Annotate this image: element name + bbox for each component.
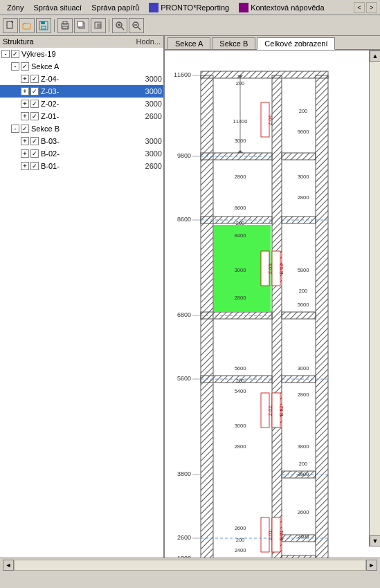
tree-col-struktura: Struktura <box>3 37 136 46</box>
new-button[interactable] <box>3 18 18 33</box>
svg-rect-5 <box>42 26 46 29</box>
svg-text:3000: 3000 <box>298 365 309 371</box>
expand-icon-secceb[interactable]: - <box>11 125 19 133</box>
label-vykres19: Výkres-19 <box>21 50 135 58</box>
checkbox-z01[interactable]: ✓ <box>30 112 39 120</box>
value-z01: 2600 <box>138 112 162 120</box>
open-button[interactable] <box>19 18 35 33</box>
expand-icon-b02[interactable]: + <box>21 149 29 158</box>
svg-text:2600: 2600 <box>235 525 246 531</box>
checkbox-z04[interactable]: ✓ <box>30 75 39 83</box>
save-button[interactable] <box>36 18 51 33</box>
label-z04: Z-04- <box>41 75 135 83</box>
value-b01: 2600 <box>138 162 162 170</box>
tree-item-z02[interactable]: + ✓ Z-02- 3000 <box>0 98 163 110</box>
zoom-in-button[interactable] <box>112 18 127 33</box>
label-sekcea: Sekce A <box>31 62 135 71</box>
svg-text:2400: 2400 <box>235 547 246 553</box>
label-z01: Z-01- <box>41 112 135 120</box>
svg-text:9800: 9800 <box>177 152 191 159</box>
svg-text:B-03-: B-03- <box>279 262 284 275</box>
scroll-left-button[interactable]: ◄ <box>3 560 14 571</box>
expand-icon-z02[interactable]: + <box>21 100 29 108</box>
expand-icon-b03[interactable]: + <box>21 137 29 145</box>
expand-icon-z04[interactable]: + <box>21 75 29 83</box>
zoom-out-button[interactable] <box>129 18 144 33</box>
svg-text:B-02-: B-02- <box>279 404 284 416</box>
tab-celkove[interactable]: Celkové zobrazení <box>257 37 335 50</box>
svg-text:3800: 3800 <box>298 443 309 450</box>
checkbox-b03[interactable]: ✓ <box>30 137 39 145</box>
svg-text:5400: 5400 <box>235 388 246 394</box>
checkbox-secceb[interactable]: ✓ <box>21 125 29 133</box>
svg-text:B-01-: B-01- <box>279 529 284 541</box>
tree-item-sekcea[interactable]: - ✓ Sekce A <box>0 60 163 73</box>
tree-item-b03[interactable]: + ✓ B-03- 3000 <box>0 135 163 147</box>
checkbox-sekcea[interactable]: ✓ <box>21 62 29 71</box>
value-z03: 3000 <box>138 87 162 95</box>
building-diagram: 11600 9800 8600 6800 5600 3800 <box>165 50 365 558</box>
scrollbar-vertical[interactable]: ▲ ▼ <box>369 50 380 546</box>
svg-text:1200: 1200 <box>177 555 191 558</box>
tree-item-z03[interactable]: + ✓ Z-03- 3000 <box>0 85 163 98</box>
menu-zony[interactable]: Zóny <box>3 2 28 13</box>
svg-rect-45 <box>272 75 282 558</box>
value-z02: 3000 <box>138 100 162 108</box>
copy2-button[interactable] <box>91 18 106 33</box>
menu-pronto[interactable]: PRONTO*Reporting <box>145 1 233 14</box>
tab-nav-next[interactable]: > <box>366 2 377 13</box>
label-z03: Z-03- <box>41 87 135 95</box>
tree-item-z04[interactable]: + ✓ Z-04- 3000 <box>0 73 163 85</box>
tab-sekcea[interactable]: Sekce A <box>168 37 210 49</box>
print-button[interactable] <box>57 18 73 33</box>
expand-icon-vykres19[interactable]: - <box>1 50 10 58</box>
scroll-track-h[interactable] <box>14 560 366 571</box>
scroll-up-button[interactable]: ▲ <box>370 50 380 62</box>
checkbox-b02[interactable]: ✓ <box>30 149 39 158</box>
expand-icon-z03[interactable]: + <box>21 87 29 95</box>
svg-line-16 <box>121 27 124 30</box>
label-z02: Z-02- <box>41 100 135 108</box>
expand-icon-sekcea[interactable]: - <box>11 62 19 71</box>
svg-text:9600: 9600 <box>298 129 309 135</box>
tree-item-vykres19[interactable]: - ✓ Výkres-19 <box>0 48 163 60</box>
value-z04: 3000 <box>138 75 162 83</box>
checkbox-z02[interactable]: ✓ <box>30 100 39 108</box>
menu-kontex[interactable]: Kontextová nápověda <box>235 1 328 14</box>
svg-text:3000: 3000 <box>298 174 309 180</box>
tree-item-b02[interactable]: + ✓ B-02- 3000 <box>0 147 163 160</box>
expand-icon-z01[interactable]: + <box>21 112 29 120</box>
svg-text:200: 200 <box>236 220 245 226</box>
svg-text:5800: 5800 <box>298 267 309 273</box>
svg-rect-56 <box>282 555 316 558</box>
checkbox-z03[interactable]: ✓ <box>30 87 39 95</box>
tree-header: Struktura Hodn... <box>0 36 163 48</box>
svg-text:2800: 2800 <box>298 392 309 398</box>
scroll-track-v[interactable] <box>370 62 380 535</box>
menu-sprava-papiru[interactable]: Správa papírů <box>87 2 143 13</box>
value-b03: 3000 <box>138 137 162 145</box>
svg-text:Z-04-: Z-04- <box>268 113 273 125</box>
horizontal-scrollbar[interactable]: ◄ ► <box>3 560 377 571</box>
main-layout: Struktura Hodn... - ✓ Výkres-19 - ✓ Sekc… <box>0 36 380 558</box>
scroll-down-button[interactable]: ▼ <box>370 535 380 546</box>
svg-text:200: 200 <box>236 378 245 384</box>
value-b02: 3000 <box>138 149 162 158</box>
copy-button[interactable] <box>74 18 89 33</box>
scroll-right-button[interactable]: ► <box>366 560 377 571</box>
tab-nav-prev[interactable]: < <box>354 2 365 13</box>
svg-rect-2 <box>23 24 30 29</box>
tree-item-secceb[interactable]: - ✓ Sekce B <box>0 122 163 135</box>
tree-item-b01[interactable]: + ✓ B-01- 2600 <box>0 160 163 172</box>
tree-item-z01[interactable]: + ✓ Z-01- 2600 <box>0 110 163 122</box>
svg-rect-42 <box>316 75 328 558</box>
svg-text:3000: 3000 <box>235 423 246 429</box>
checkbox-b01[interactable]: ✓ <box>30 162 39 170</box>
menu-sprava-situaci[interactable]: Správa situací <box>29 2 86 13</box>
tab-secceb[interactable]: Sekce B <box>212 37 255 49</box>
svg-text:5600: 5600 <box>298 302 309 308</box>
svg-text:3800: 3800 <box>177 470 191 477</box>
expand-icon-b01[interactable]: + <box>21 162 29 170</box>
toolbar-sep-1 <box>54 19 55 32</box>
checkbox-vykres19[interactable]: ✓ <box>11 50 19 58</box>
